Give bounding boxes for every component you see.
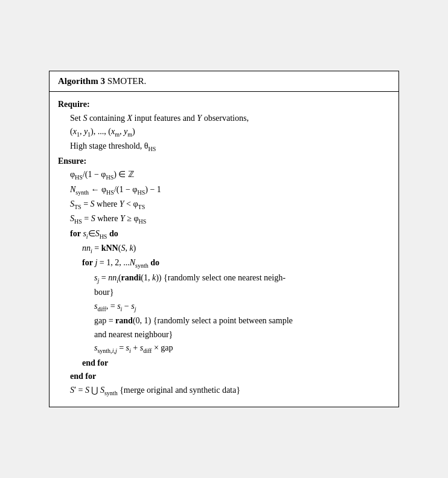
for2-keyword: for xyxy=(82,256,93,270)
endfor1-line: end for xyxy=(82,357,390,370)
sj-line: sj = nni(randi(1, k)) {randomly select o… xyxy=(94,271,390,285)
require-label-line: Require: xyxy=(58,98,390,111)
algorithm-body: Require: Set S containing X input featur… xyxy=(50,92,398,407)
algorithm-title: SMOTER. xyxy=(105,76,146,86)
set-line2-text: (x1, y1), ..., (xm, ym) xyxy=(70,125,135,139)
sprime-line: S′ = S ⋃ Ssynth {merge original and synt… xyxy=(70,384,390,398)
sj-text: sj = nni(randi(1, k)) {randomly select o… xyxy=(94,271,286,285)
for1-text: si∈SHS do xyxy=(83,227,118,241)
sts-text: STS = S where Y < φTS xyxy=(70,198,145,212)
gap-text: gap = rand(0, 1) {randomly select a poin… xyxy=(94,314,293,328)
shs-line: SHS = S where Y ≥ φHS xyxy=(70,212,390,226)
require-label: Require: xyxy=(58,98,90,111)
algorithm-header: Algorithm 3 SMOTER. xyxy=(50,71,398,92)
ensure-label-line: Ensure: xyxy=(58,155,390,168)
gap-line2: and nearest neighbour} xyxy=(94,328,390,341)
nn-line: nni = kNN(S, k) xyxy=(82,242,390,256)
phi-condition-line: φHS/(1 − φHS) ∈ ℤ xyxy=(70,168,390,182)
sj-line2: bour} xyxy=(94,286,390,299)
ssynth-text: ssynth,i,j = si + sdiff × gap xyxy=(94,341,173,355)
sts-line: STS = S where Y < φTS xyxy=(70,198,390,212)
for1-line: for si∈SHS do xyxy=(70,227,390,241)
high-stage-line: High stage threshold, θHS xyxy=(70,140,390,153)
gap-text2: and nearest neighbour} xyxy=(94,328,173,341)
phi-condition-text: φHS/(1 − φHS) ∈ ℤ xyxy=(70,168,134,182)
for2-text: j = 1, 2, ...Nsynth do xyxy=(95,256,159,270)
for2-line: for j = 1, 2, ...Nsynth do xyxy=(82,256,390,270)
set-line: Set S containing X input features and Y … xyxy=(70,112,390,125)
algorithm-number: Algorithm 3 xyxy=(58,76,105,86)
sprime-text: S′ = S ⋃ Ssynth {merge original and synt… xyxy=(70,384,240,398)
sj-text2: bour} xyxy=(94,286,114,299)
set-line-text: Set S containing X input features and Y … xyxy=(70,112,249,125)
high-stage-text: High stage threshold, θHS xyxy=(70,140,156,153)
endfor2-text: end for xyxy=(70,370,96,383)
set-line2: (x1, y1), ..., (xm, ym) xyxy=(70,125,390,139)
nn-text: nni = kNN(S, k) xyxy=(82,242,136,256)
nsynth-line: Nsynth ← φHS/(1 − φHS) − 1 xyxy=(70,183,390,197)
for1-keyword: for xyxy=(70,227,81,241)
ssynth-line: ssynth,i,j = si + sdiff × gap xyxy=(94,341,390,355)
endfor2-line: end for xyxy=(70,370,390,383)
endfor1-text: end for xyxy=(82,357,108,370)
algorithm-container: Algorithm 3 SMOTER. Require: Set S conta… xyxy=(49,71,399,407)
sj-block: sj = nni(randi(1, k)) {randomly select o… xyxy=(94,271,390,299)
nsynth-text: Nsynth ← φHS/(1 − φHS) − 1 xyxy=(70,183,161,197)
shs-text: SHS = S where Y ≥ φHS xyxy=(70,212,146,226)
ensure-label: Ensure: xyxy=(58,155,86,168)
gap-block: gap = rand(0, 1) {randomly select a poin… xyxy=(94,314,390,341)
sdiff-text: sdiff, = si − sj xyxy=(94,300,136,314)
sdiff-line: sdiff, = si − sj xyxy=(94,300,390,314)
gap-line: gap = rand(0, 1) {randomly select a poin… xyxy=(94,314,390,328)
